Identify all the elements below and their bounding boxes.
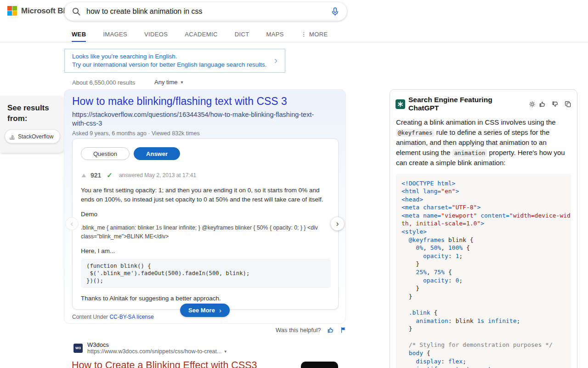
tab-more[interactable]: ⋮ MORE	[301, 31, 328, 42]
vote-count: 921	[90, 172, 101, 179]
stackoverflow-answer-card: Question Answer 921 ✓ answered May 2, 20…	[72, 138, 339, 310]
helpful-question: Was this helpful?	[276, 327, 321, 334]
search-input[interactable]	[86, 7, 325, 16]
caret-down-icon: ▾	[181, 80, 183, 85]
flag-icon[interactable]	[340, 327, 346, 334]
tab-maps[interactable]: MAPS	[266, 31, 283, 42]
chat-panel-actions	[539, 101, 571, 108]
result-title-link[interactable]: How to make blinking/flashing text with …	[72, 95, 287, 108]
language-notice-banner[interactable]: Looks like you're searching in English. …	[64, 49, 285, 73]
w3docs-favicon: W3	[74, 344, 83, 353]
notice-line-1: Looks like you're searching in English.	[72, 52, 266, 61]
copy-icon[interactable]	[565, 101, 571, 108]
video-thumbnail[interactable]	[301, 362, 338, 368]
thumbs-up-icon[interactable]	[327, 327, 334, 334]
source-filter-stackoverflow[interactable]: StackOverflow	[5, 129, 60, 144]
vote-row: 921 ✓ answered May 2, 2013 at 17:41	[81, 171, 330, 179]
more-label: MORE	[309, 31, 328, 38]
see-more-label: See More	[188, 307, 215, 314]
result-url-line1: https://stackoverflow.com/questions/1634…	[72, 110, 314, 119]
time-filter-label: Any time	[154, 79, 178, 86]
chevron-left-icon: ‹	[71, 219, 74, 229]
site-name: W3docs	[87, 341, 226, 348]
thanks-text: Thanks to Alnitak for suggesting a bette…	[81, 295, 330, 302]
result-url-line2: with-css-3	[72, 119, 314, 128]
chat-intro-paragraph: Creating a blink animation in CSS involv…	[390, 116, 577, 168]
chevron-right-icon: ›	[219, 306, 221, 314]
tab-web[interactable]: WEB	[72, 31, 86, 42]
microsoft-logo-icon	[7, 6, 17, 16]
microphone-icon[interactable]	[331, 7, 339, 16]
bing-search-page: Microsoft Bing WEB IMAGES VIDEOS ACADEMI…	[0, 0, 588, 368]
site-url[interactable]: https://www.w3docs.com/snippets/css/how-…	[87, 348, 226, 355]
demo-label: Demo	[81, 211, 330, 218]
answer-paragraph: You are first setting opacity: 1; and th…	[81, 186, 331, 204]
answered-timestamp: answered May 2, 2013 at 17:41	[119, 172, 196, 178]
search-icon[interactable]	[72, 7, 81, 16]
upvote-icon	[81, 173, 87, 178]
chevron-right-icon: ›	[336, 219, 339, 229]
second-result-title-link[interactable]: How to Create a Blinking Effect with CSS…	[72, 360, 257, 368]
see-more-button[interactable]: See More ›	[180, 304, 230, 317]
carousel-previous-button[interactable]: ‹	[65, 217, 79, 230]
rail-title: See results from:	[0, 96, 65, 124]
tab-videos[interactable]: VIDEOS	[144, 31, 168, 42]
time-filter-dropdown[interactable]: Any time ▾	[154, 79, 183, 86]
carousel-next-button[interactable]: ›	[331, 217, 344, 230]
more-dots-icon: ⋮	[301, 31, 307, 38]
search-box[interactable]	[64, 2, 347, 21]
chat-panel-title: Search Engine Featuring ChatGPT	[408, 96, 525, 112]
license-prefix: Content Under	[72, 314, 108, 320]
result-url[interactable]: https://stackoverflow.com/questions/1634…	[72, 110, 314, 128]
accepted-check-icon: ✓	[107, 171, 113, 179]
chatgpt-icon	[396, 99, 405, 109]
top-result-card: How to make blinking/flashing text with …	[64, 89, 346, 324]
license-line: Content Under CC-BY-SA license	[72, 314, 154, 320]
results-count: About 6,550,000 results	[72, 79, 135, 86]
chatgpt-answer-panel: Search Engine Featuring ChatGPT Crea	[390, 89, 577, 368]
tab-answer[interactable]: Answer	[134, 147, 180, 160]
thumbs-up-icon[interactable]	[539, 101, 546, 108]
search-vertical-tabs: WEB IMAGES VIDEOS ACADEMIC DICT MAPS ⋮ M…	[72, 29, 328, 42]
tab-dict[interactable]: DICT	[235, 31, 249, 42]
chat-code-block: <!DOCTYPE html><html lang="en"><head><me…	[396, 174, 571, 368]
tab-academic[interactable]: ACADEMIC	[185, 31, 217, 42]
feedback-row: Was this helpful?	[276, 327, 346, 334]
chat-panel-header: Search Engine Featuring ChatGPT	[390, 90, 577, 116]
header-divider	[0, 42, 588, 42]
question-answer-tabs: Question Answer	[81, 147, 330, 160]
here-i-am-text: Here, I am...	[81, 247, 330, 254]
notice-text: Looks like you're searching in English. …	[72, 52, 266, 69]
tab-images[interactable]: IMAGES	[103, 31, 127, 42]
thumbs-down-icon[interactable]	[552, 101, 559, 108]
gear-icon[interactable]	[529, 101, 536, 108]
see-results-from-rail: See results from: StackOverflow	[0, 96, 65, 153]
source-label: StackOverflow	[18, 133, 53, 140]
tab-question[interactable]: Question	[81, 147, 130, 160]
caret-down-icon: ▾	[224, 349, 226, 354]
chevron-right-icon[interactable]: ›	[274, 56, 277, 66]
jquery-code-block: (function blink() { $('.blink_me').fadeO…	[81, 259, 331, 288]
notice-line-2: Try our international version for better…	[72, 61, 266, 69]
result-meta: Asked 9 years, 6 months ago · Viewed 832…	[72, 130, 200, 137]
stackoverflow-icon	[9, 133, 15, 140]
second-result-header: W3 W3docs https://www.w3docs.com/snippet…	[74, 341, 226, 355]
inline-css-snippet: .blink_me { animation: blinker 1s linear…	[81, 224, 329, 241]
license-link[interactable]: CC-BY-SA license	[109, 314, 153, 320]
site-url-text: https://www.w3docs.com/snippets/css/how-…	[87, 348, 221, 355]
